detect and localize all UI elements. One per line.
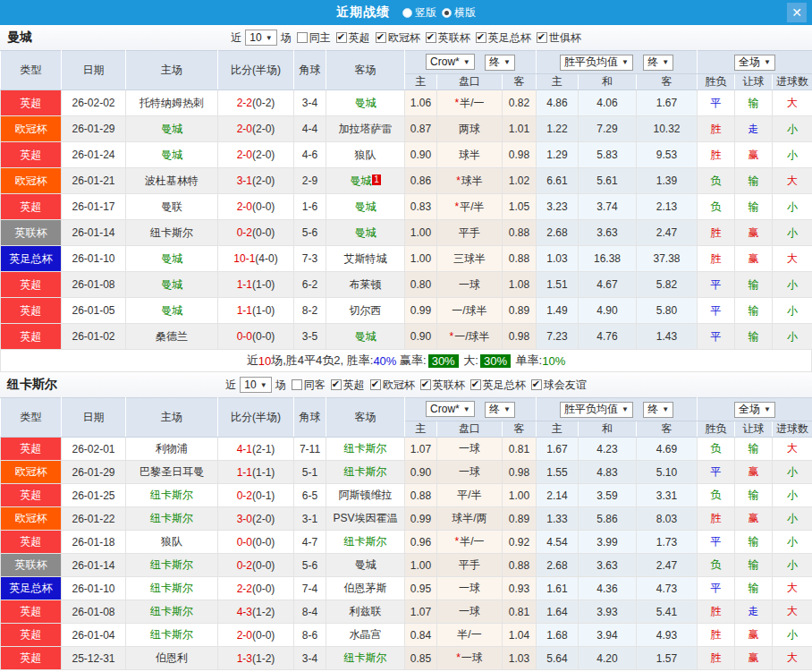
period-select[interactable]: 全场▼ xyxy=(734,55,775,71)
home-team[interactable]: 狼队 xyxy=(126,531,218,554)
away-team[interactable]: 纽卡斯尔 xyxy=(326,647,405,670)
away-team[interactable]: 曼城1 xyxy=(326,168,405,194)
radio-horizontal-layout[interactable]: 横版 xyxy=(442,5,476,21)
home-team[interactable]: 曼联 xyxy=(126,194,218,220)
match-date: 26-01-10 xyxy=(62,246,126,272)
handicap-star: * xyxy=(449,330,453,343)
goals-verdict: 小 xyxy=(773,324,812,350)
odds-final-select[interactable]: 终▼ xyxy=(485,402,515,418)
home-team[interactable]: 纽卡斯尔 xyxy=(126,220,218,246)
away-team[interactable]: PSV埃因霍温 xyxy=(326,507,405,531)
home-team[interactable]: 曼城 xyxy=(126,246,218,272)
league-checkbox-label: 欧冠杯 xyxy=(388,30,420,46)
checkbox-checked-icon xyxy=(336,32,347,43)
away-team[interactable]: 切尔西 xyxy=(326,298,405,324)
away-team[interactable]: 水晶宫 xyxy=(326,624,405,647)
match-score: 2-2(0-2) xyxy=(218,90,294,116)
odds-home: 1.00 xyxy=(405,554,437,577)
handicap-verdict: 输 xyxy=(735,272,773,298)
home-team[interactable]: 纽卡斯尔 xyxy=(126,577,218,600)
odds-company-select[interactable]: Crow*▼ xyxy=(426,401,475,417)
odds-away: 0.93 xyxy=(503,577,537,600)
home-team[interactable]: 曼城 xyxy=(126,116,218,142)
league-checkbox[interactable]: 英超 xyxy=(331,30,370,46)
match-row: 英超26-01-02桑德兰0-0(0-0)3-5曼城0.90*一/球半0.987… xyxy=(1,324,812,350)
halftime-score: (4-0) xyxy=(255,252,277,265)
home-team[interactable]: 纽卡斯尔 xyxy=(126,507,218,531)
col-result: 胜负 xyxy=(698,74,735,90)
away-team[interactable]: 曼城 xyxy=(326,90,405,116)
league-checkbox[interactable]: 英足总杯 xyxy=(470,30,531,46)
section-header: 曼城 近 10▼ 场 同主 英超欧冠杯英联杯英足总杯世俱杯 xyxy=(0,25,812,50)
home-team[interactable]: 巴黎圣日耳曼 xyxy=(126,461,218,484)
corner-score: 4-6 xyxy=(294,142,326,168)
same-venue-checkbox[interactable]: 同客 xyxy=(286,378,326,393)
away-team[interactable]: 曼城 xyxy=(326,220,405,246)
away-team[interactable]: 阿斯顿维拉 xyxy=(326,484,405,507)
away-team[interactable]: 纽卡斯尔 xyxy=(326,461,405,484)
avg-type-select[interactable]: 胜平负均值▼ xyxy=(560,402,633,418)
league-checkbox[interactable]: 英联杯 xyxy=(415,378,465,393)
avg-final-select[interactable]: 终▼ xyxy=(643,402,673,418)
match-count-select[interactable]: 10▼ xyxy=(240,377,271,393)
home-team[interactable]: 纽卡斯尔 xyxy=(126,600,218,624)
away-team[interactable]: 纽卡斯尔 xyxy=(326,438,405,461)
match-date: 26-01-05 xyxy=(62,298,126,324)
close-button[interactable]: ✕ xyxy=(787,3,807,22)
home-team[interactable]: 利物浦 xyxy=(126,438,218,461)
same-venue-checkbox[interactable]: 同主 xyxy=(292,30,331,46)
radio-vertical-layout[interactable]: 竖版 xyxy=(402,5,436,21)
avg-type-select[interactable]: 胜平负均值▼ xyxy=(560,55,633,71)
col-avg-home: 主 xyxy=(537,74,579,90)
home-team[interactable]: 托特纳姆热刺 xyxy=(126,90,218,116)
matches-table: 类型 日期 主场 比分(半场) 角球 客场 Crow*▼ 终▼ 胜平负均值▼ 终… xyxy=(0,50,812,350)
match-date: 25-12-31 xyxy=(62,647,126,670)
match-count-select[interactable]: 10▼ xyxy=(245,30,276,46)
home-team[interactable]: 纽卡斯尔 xyxy=(126,624,218,647)
halftime-score: (1-1) xyxy=(252,466,275,479)
odds-home: 0.87 xyxy=(405,116,437,142)
avg-group-header: 胜平负均值▼ 终▼ xyxy=(537,51,698,74)
away-team[interactable]: 纽卡斯尔 xyxy=(326,531,405,554)
fulltime-score: 0-2 xyxy=(237,559,252,572)
avg-final-select[interactable]: 终▼ xyxy=(643,55,673,71)
home-team[interactable]: 波杜基林特 xyxy=(126,168,218,194)
away-team[interactable]: 曼城 xyxy=(326,554,405,577)
league-checkbox[interactable]: 英联杯 xyxy=(420,30,470,46)
away-team[interactable]: 布莱顿 xyxy=(326,272,405,298)
summary-row: 近10场,胜4平4负2, 胜率:40% 赢率:30% 大:30% 单率:10% xyxy=(0,350,812,372)
handicap-line: *半/一 xyxy=(437,90,503,116)
league-badge: 英超 xyxy=(1,531,62,554)
handicap-line: 平手 xyxy=(437,220,503,246)
result-verdict: 胜 xyxy=(698,507,735,531)
league-checkbox[interactable]: 欧冠杯 xyxy=(365,378,415,393)
away-team[interactable]: 曼城 xyxy=(326,324,405,350)
handicap-star: * xyxy=(454,97,459,109)
odds-home: 0.80 xyxy=(405,272,437,298)
away-team[interactable]: 曼城 xyxy=(326,194,405,220)
away-team[interactable]: 加拉塔萨雷 xyxy=(326,116,405,142)
league-checkbox[interactable]: 世俱杯 xyxy=(531,30,581,46)
goals-verdict: 小 xyxy=(773,194,812,220)
away-team[interactable]: 狼队 xyxy=(326,142,405,168)
handicap-text: 半/一 xyxy=(460,97,484,109)
away-team[interactable]: 伯恩茅斯 xyxy=(326,577,405,600)
home-team[interactable]: 桑德兰 xyxy=(126,324,218,350)
home-team[interactable]: 曼城 xyxy=(126,298,218,324)
league-checkbox[interactable]: 英足总杯 xyxy=(465,378,526,393)
away-team[interactable]: 利兹联 xyxy=(326,600,405,624)
league-checkbox[interactable]: 英超 xyxy=(326,378,365,393)
odds-company-select[interactable]: Crow*▼ xyxy=(426,54,475,70)
checkbox-checked-icon xyxy=(476,32,486,43)
away-team[interactable]: 艾斯特城 xyxy=(326,246,405,272)
home-team[interactable]: 曼城 xyxy=(126,142,218,168)
home-team[interactable]: 纽卡斯尔 xyxy=(126,554,218,577)
odds-final-select[interactable]: 终▼ xyxy=(485,55,515,71)
home-team[interactable]: 纽卡斯尔 xyxy=(126,484,218,507)
period-select[interactable]: 全场▼ xyxy=(734,402,775,418)
league-checkbox[interactable]: 球会友谊 xyxy=(526,378,587,393)
handicap-line: 一球 xyxy=(437,600,503,624)
home-team[interactable]: 伯恩利 xyxy=(126,647,218,670)
home-team[interactable]: 曼城 xyxy=(126,272,218,298)
league-checkbox[interactable]: 欧冠杯 xyxy=(370,30,420,46)
